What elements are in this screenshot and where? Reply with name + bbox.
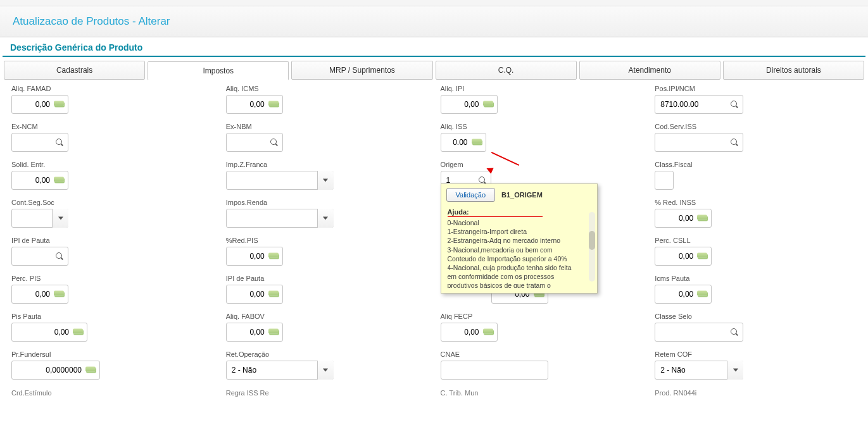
tab-cq[interactable]: C.Q.	[436, 61, 577, 80]
popup-option-list: 0-Nacional 1-Estrangeira-Import direta 2…	[448, 218, 591, 288]
label-c-trib-mun: C. Trib. Mun	[441, 387, 479, 399]
popup-option: 1-Estrangeira-Import direta	[448, 227, 582, 236]
label-perc-pis: Perc. PIS	[11, 275, 213, 282]
label-impos-renda: Impos.Renda	[226, 199, 428, 206]
perc-csll-input[interactable]	[655, 247, 712, 266]
section-title: Descrição Genérica do Produto	[3, 37, 865, 57]
popup-help-label: Ajuda:	[448, 208, 591, 216]
annotation-underline	[448, 216, 543, 217]
label-pis-pauta: Pis Pauta	[11, 313, 213, 320]
help-popup: Validação B1_ORIGEM Ajuda: 0-Nacional 1-…	[441, 183, 598, 294]
label-aliq-iss: Aliq. ISS	[441, 123, 643, 130]
icms-pauta-input[interactable]	[655, 285, 712, 304]
label-pr-fundersul: Pr.Fundersul	[11, 350, 213, 358]
label-ex-nbm: Ex-NBM	[226, 123, 428, 130]
label-class-fiscal: Class.Fiscal	[655, 161, 857, 168]
chevron-down-icon[interactable]	[52, 209, 68, 228]
aliq-fecp-input[interactable]	[441, 323, 498, 342]
top-bar	[0, 0, 868, 6]
label-retem-cof: Retem COF	[655, 350, 857, 358]
pr-fundersul-input[interactable]	[11, 361, 100, 380]
validacao-button[interactable]: Validação	[446, 188, 496, 202]
label-cont-seg-soc: Cont.Seg.Soc	[11, 199, 213, 206]
tab-cadastrais[interactable]: Cadastrais	[4, 61, 145, 80]
chevron-down-icon[interactable]	[317, 209, 334, 228]
label-origem: Origem	[441, 161, 643, 168]
pct-red-pis-input[interactable]	[226, 247, 283, 266]
label-aliq-fecp: Aliq FECP	[441, 313, 643, 320]
popup-option: 4-Nacional, cuja produção tenha sido fei…	[448, 263, 582, 288]
pis-pauta-input[interactable]	[11, 323, 87, 342]
popup-field-code: B1_ORIGEM	[501, 191, 543, 199]
cnae-input[interactable]	[441, 361, 548, 380]
label-classe-selo: Classe Selo	[655, 313, 857, 320]
label-prod-rn044: Prod. RN044i	[655, 387, 696, 399]
label-ex-ncm: Ex-NCM	[11, 123, 213, 130]
label-ipi-pauta: IPI de Pauta	[11, 237, 213, 244]
class-fiscal-input[interactable]	[655, 171, 674, 190]
tab-impostos[interactable]: Impostos	[148, 61, 289, 80]
form-area: Aliq. FAMAD Aliq. ICMS Aliq. IPI Pos.IPI…	[0, 80, 868, 402]
popup-scrollbar[interactable]	[589, 212, 595, 282]
label-icms-pauta: Icms Pauta	[655, 275, 857, 282]
search-icon[interactable]	[730, 138, 739, 147]
search-icon[interactable]	[55, 138, 64, 147]
aliq-famad-input[interactable]	[11, 95, 68, 114]
label-perc-csll: Perc. CSLL	[655, 237, 857, 244]
chevron-down-icon[interactable]	[317, 361, 334, 380]
search-icon[interactable]	[270, 138, 279, 147]
label-aliq-ipi: Aliq. IPI	[441, 85, 643, 92]
label-aliq-famad: Aliq. FAMAD	[11, 85, 213, 92]
label-pct-red-pis: %Red.PIS	[226, 237, 428, 244]
label-ret-operacao: Ret.Operação	[226, 350, 428, 358]
label-regra-iss-re: Regra ISS Re	[226, 387, 269, 399]
label-aliq-icms: Aliq. ICMS	[226, 85, 428, 92]
solid-entr-input[interactable]	[11, 171, 68, 190]
label-pos-ipi-ncm: Pos.IPI/NCM	[655, 85, 857, 92]
label-crd-estimulo: Crd.Estímulo	[11, 387, 52, 399]
label-imp-z-franca: Imp.Z.Franca	[226, 161, 428, 168]
aliq-fabov-input[interactable]	[226, 323, 283, 342]
chevron-down-icon[interactable]	[317, 171, 334, 190]
search-icon[interactable]	[730, 328, 739, 337]
search-icon[interactable]	[730, 100, 739, 109]
tab-direitos[interactable]: Direitos autorais	[723, 61, 864, 80]
popup-option: 3-Nacional,mercadoria ou bem com Conteud…	[448, 245, 582, 263]
pct-red-inss-input[interactable]	[655, 209, 712, 228]
page-header: Atualizacao de Produtos - Alterar	[0, 6, 868, 37]
label-cod-serv-iss: Cod.Serv.ISS	[655, 123, 857, 130]
page-title: Atualizacao de Produtos - Alterar	[13, 15, 855, 28]
aliq-icms-input[interactable]	[226, 95, 283, 114]
ipi-pauta-2-input[interactable]	[226, 285, 283, 304]
popup-option: 2-Estrangeira-Adq no mercado interno	[448, 236, 582, 245]
label-ipi-pauta-2: IPI de Pauta	[226, 275, 428, 282]
aliq-ipi-input[interactable]	[441, 95, 498, 114]
chevron-down-icon[interactable]	[727, 361, 743, 380]
label-aliq-fabov: Aliq. FABOV	[226, 313, 428, 320]
label-pct-red-inss: % Red. INSS	[655, 199, 857, 206]
perc-pis-input[interactable]	[11, 285, 68, 304]
popup-option: 0-Nacional	[448, 218, 582, 227]
aliq-iss-input[interactable]	[441, 133, 486, 152]
search-icon[interactable]	[55, 252, 64, 261]
tab-mrp[interactable]: MRP / Suprimentos	[291, 61, 432, 80]
scrollbar-thumb[interactable]	[589, 231, 595, 250]
tabs: Cadastrais Impostos MRP / Suprimentos C.…	[0, 57, 868, 80]
label-cnae: CNAE	[441, 350, 643, 358]
label-solid-entr: Solid. Entr.	[11, 161, 213, 168]
tab-atendimento[interactable]: Atendimento	[579, 61, 720, 80]
